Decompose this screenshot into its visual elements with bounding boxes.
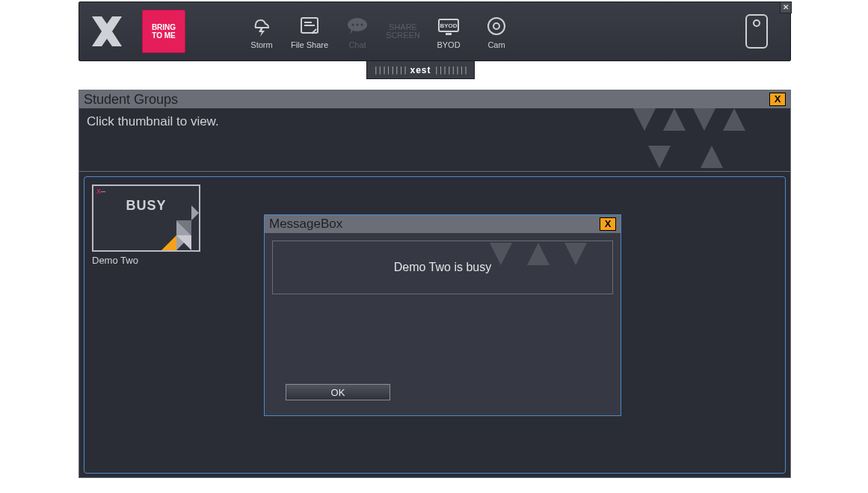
svg-rect-8 xyxy=(446,33,452,35)
svg-marker-17 xyxy=(161,235,176,250)
decor-pattern xyxy=(475,241,609,294)
content-area: X··· BUSY Demo Two MessageBox X xyxy=(84,176,786,474)
messagebox-message: Demo Two is busy xyxy=(394,261,491,274)
bring-to-me-button[interactable]: BRING TO ME xyxy=(142,10,185,53)
toolbar-close-button[interactable]: ✕ xyxy=(780,1,792,13)
panel-close-button[interactable]: X xyxy=(769,93,786,106)
messagebox-titlebar: MessageBox X xyxy=(265,215,621,233)
svg-marker-12 xyxy=(663,108,686,131)
messagebox-body: Demo Two is busy xyxy=(272,241,613,294)
hint-text: Click thumbnail to view. xyxy=(87,114,219,128)
student-groups-panel: Student Groups X Click thumbnail to view… xyxy=(79,90,791,478)
byod-icon: BYOD xyxy=(436,13,461,39)
brand-tab[interactable]: |||||||| xest |||||||| xyxy=(366,61,475,79)
storm-icon xyxy=(249,13,274,39)
svg-point-4 xyxy=(357,24,359,26)
decor-pattern xyxy=(588,108,783,172)
toolbar: ✕ BRING TO ME Storm File Share Chat SHAR… xyxy=(79,1,791,61)
chat-icon xyxy=(345,13,369,39)
toolbar-item-cam[interactable]: Cam xyxy=(473,9,520,54)
svg-marker-14 xyxy=(723,108,745,131)
messagebox-dialog: MessageBox X Demo Two is busy OK xyxy=(264,214,621,416)
mini-brand-icon: X··· xyxy=(96,187,105,195)
cam-icon xyxy=(485,13,508,39)
toolbar-item-fileshare[interactable]: File Share xyxy=(286,9,333,54)
toolbar-item-chat: Chat xyxy=(333,9,381,54)
toolbar-item-storm[interactable]: Storm xyxy=(238,9,286,54)
panel-hint: Click thumbnail to view. xyxy=(79,108,790,172)
svg-point-10 xyxy=(493,23,499,29)
toolbar-item-sharescreen: SHARE SCREEN xyxy=(381,9,425,54)
svg-point-3 xyxy=(352,24,354,26)
remote-icon[interactable] xyxy=(745,14,768,49)
svg-marker-24 xyxy=(564,243,587,265)
toolbar-item-byod[interactable]: BYOD BYOD xyxy=(425,9,473,54)
decor-stripes: |||||||| xyxy=(434,65,468,75)
decor-triangles xyxy=(132,198,199,250)
student-thumbnail[interactable]: X··· BUSY Demo Two xyxy=(92,185,200,266)
share-label-2: SCREEN xyxy=(386,31,420,40)
panel-title-text: Student Groups xyxy=(84,92,178,108)
svg-marker-0 xyxy=(92,16,122,46)
svg-marker-16 xyxy=(701,146,723,168)
svg-marker-23 xyxy=(527,243,550,265)
messagebox-close-button[interactable]: X xyxy=(600,217,616,231)
decor-stripes: |||||||| xyxy=(374,65,407,75)
ok-button[interactable]: OK xyxy=(286,384,390,400)
thumbnail-preview: X··· BUSY xyxy=(92,185,200,252)
svg-marker-20 xyxy=(191,205,199,220)
panel-titlebar: Student Groups X xyxy=(79,90,790,108)
toolbar-item-label: BYOD xyxy=(437,40,460,49)
toolbar-item-label: File Share xyxy=(291,40,328,49)
svg-marker-22 xyxy=(490,243,512,265)
svg-marker-13 xyxy=(693,108,715,131)
svg-point-9 xyxy=(488,18,505,34)
brand-label: xest xyxy=(410,65,431,75)
app-logo xyxy=(87,11,127,52)
svg-point-5 xyxy=(361,24,363,26)
toolbar-item-label: Storm xyxy=(250,40,272,49)
toolbar-item-label: Cam xyxy=(487,40,505,49)
thumbnail-label: Demo Two xyxy=(92,255,200,266)
svg-marker-11 xyxy=(633,108,656,131)
messagebox-title-text: MessageBox xyxy=(269,217,342,232)
fileshare-icon xyxy=(298,13,321,39)
toolbar-item-label: Chat xyxy=(348,40,366,49)
svg-text:BYOD: BYOD xyxy=(440,22,457,29)
bring-to-me-label: BRING TO ME xyxy=(152,23,176,40)
svg-marker-15 xyxy=(648,146,671,168)
